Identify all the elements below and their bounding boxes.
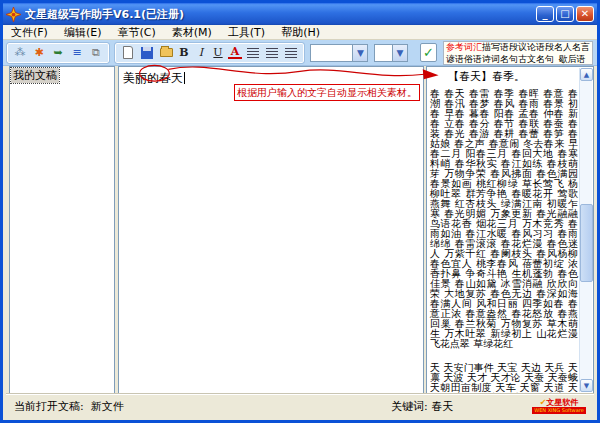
menu-help[interactable]: 帮助(H) [273,25,328,40]
text-caret [184,72,185,84]
font-color-button[interactable]: A [228,46,242,59]
material-tab-panel: 参考词汇 描写语段 议论语段 名人名言 谚语俗语 诗词名句 古文名句 歇后语 [443,41,593,65]
close-button[interactable]: ✕ [576,6,594,22]
font-size-value [375,45,392,61]
spring-word-list: 春 春天 春雷 春季 春晖 春意 春潮 春汛 春梦 春风 春雨 春景 初春 早春… [430,89,578,349]
bold-button[interactable]: B [177,46,191,59]
tab-xiehouyu[interactable]: 歇后语 [554,53,590,66]
reference-header: 【春天】春季。 [430,70,578,83]
main-area: 我的文稿 美丽的春天 根据用户输入的文字自动显示相关素材。 【春天】春季。 春 … [6,66,594,394]
open-folder-icon[interactable] [158,45,174,61]
reference-words-panel[interactable]: 【春天】春季。 春 春天 春雷 春季 春晖 春意 春潮 春汛 春梦 春风 春雨 … [426,66,594,394]
new-file-icon[interactable] [120,45,136,61]
reference-scrollbar[interactable]: ▲ ▼ [579,68,592,392]
editor-text: 美丽的春天 [123,71,183,85]
move-chapter-icon[interactable]: ➥ [50,45,66,61]
tree-item-my-documents[interactable]: 我的文稿 [11,68,59,83]
scrollbar-thumb[interactable] [580,204,593,282]
app-window: 文星超级写作助手V6.1(已注册) _ □ ✕ 文件(F) 编辑(E) 章节(C… [0,0,600,423]
title-bar: 文星超级写作助手V6.1(已注册) _ □ ✕ [3,3,597,25]
align-left-icon[interactable] [245,45,261,61]
tian-word-list: 天 天安门事件 天宝 天边 天兵 天禀 天波 天才 天才论 天蚕 天蚕蛾 天朝田… [430,363,578,394]
editor-panel[interactable]: 美丽的春天 根据用户输入的文字自动显示相关素材。 [118,66,424,394]
chevron-down-icon[interactable]: ▼ [352,45,367,61]
outline-toolbar-group: ⁂ ✱ ➥ ≡ ⧉ [7,43,109,63]
tab-classical-lines[interactable]: 古文名句 [518,53,554,66]
underline-button[interactable]: U [211,46,225,59]
open-document-status: 当前打开文稿: 新文件 [14,399,124,414]
material-toggle-button[interactable]: ✓ [420,43,437,62]
align-right-icon[interactable] [283,45,299,61]
chapter-list-icon[interactable]: ≡ [69,45,85,61]
menu-material[interactable]: 素材(M) [164,25,220,40]
menu-bar: 文件(F) 编辑(E) 章节(C) 素材(M) 工具(T) 帮助(H) [3,25,597,40]
new-chapter-icon[interactable]: ✱ [31,45,47,61]
chevron-down-icon[interactable]: ▼ [392,45,407,61]
tab-poetry-lines[interactable]: 诗词名句 [482,53,518,66]
align-center-icon[interactable] [264,45,280,61]
minimize-button[interactable]: _ [536,6,554,22]
outline-tree-icon[interactable]: ⁂ [12,45,28,61]
save-icon[interactable] [139,45,155,61]
maximize-button[interactable]: □ [556,6,574,22]
app-icon [6,7,21,22]
format-toolbar-group: B I U A [115,43,304,63]
menu-chapter[interactable]: 章节(C) [109,25,163,40]
annotation-callout: 根据用户输入的文字自动显示相关素材。 [234,84,420,101]
tab-proverbs[interactable]: 谚语俗语 [446,53,482,66]
font-name-value [311,45,352,61]
scroll-down-icon[interactable]: ▼ [580,379,593,392]
status-bar: 当前打开文稿: 新文件 关键词: 春天 ✔文星软件 WEN XING Softw… [6,394,594,417]
copy-chapter-icon[interactable]: ⧉ [88,45,104,61]
italic-button[interactable]: I [194,46,208,59]
keyword-status: 关键词: 春天 [391,399,453,414]
window-title: 文星超级写作助手V6.1(已注册) [25,7,534,22]
scroll-up-icon[interactable]: ▲ [580,68,593,81]
menu-file[interactable]: 文件(F) [3,25,56,40]
font-size-combobox[interactable]: ▼ [374,44,408,62]
menu-edit[interactable]: 编辑(E) [56,25,110,40]
font-name-combobox[interactable]: ▼ [310,44,368,62]
menu-tools[interactable]: 工具(T) [220,25,273,40]
toolbar: ⁂ ✱ ➥ ≡ ⧉ B I U A ▼ ▼ ✓ 参考词汇 [3,40,597,66]
vendor-logo: ✔文星软件 WEN XING Software [532,399,586,414]
document-tree-panel: 我的文稿 [9,66,115,394]
